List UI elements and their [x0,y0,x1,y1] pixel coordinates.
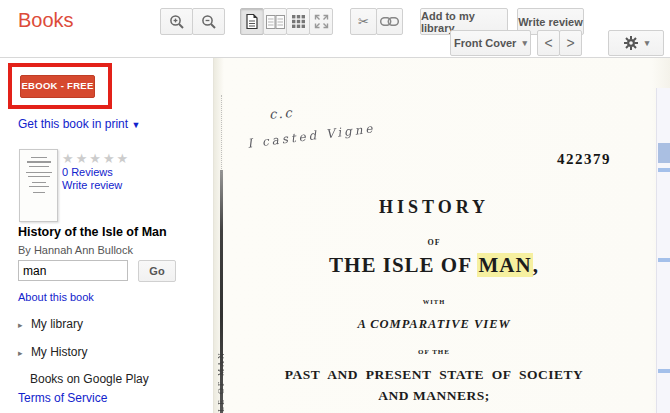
page-of-word: OF [214,238,654,247]
my-history-item[interactable]: ▸ My History [18,345,88,359]
page-with-word: WITH [214,298,654,305]
zoom-in-button[interactable] [160,8,193,35]
page-subtitle-line2: AND MANNERS; [214,388,654,404]
scrollbar-thumb[interactable] [658,143,670,163]
page-main-title: THE ISLE OF MAN, [214,253,654,278]
next-page-button[interactable]: > [559,30,582,56]
page-heading: HISTORY [214,197,654,218]
fullscreen-button[interactable] [309,8,333,35]
chevron-down-icon: ▾ [645,38,650,48]
go-button[interactable]: Go [138,260,176,282]
thumbnail-view-button[interactable] [286,8,310,35]
book-author: By Hannah Ann Bullock [18,244,133,256]
two-page-view-button[interactable] [263,8,287,35]
google-books-screen: Books [0,0,670,413]
about-this-book-link[interactable]: About this book [18,291,94,303]
sidebar: EBOOK - FREE Get this book in print ▼ ★★… [0,58,213,413]
rating-stars-icon: ★★★★★ [62,151,130,166]
book-cover-thumbnail [19,149,58,222]
book-title: History of the Isle of Man [18,225,167,239]
terms-of-service-link[interactable]: Terms of Service [18,391,107,405]
settings-button[interactable]: ▾ [608,30,664,56]
chevron-left-icon: < [544,35,552,51]
zoom-out-button[interactable] [192,8,225,35]
title-pre: THE ISLE OF [329,253,471,277]
page-subtitle-line1: PAST AND PRESENT STATE OF SOCIETY [214,367,654,383]
page-subtitle: A COMPARATIVE VIEW [214,317,654,332]
page-select-dropdown[interactable]: Front Cover ▾ [450,30,531,56]
get-print-label: Get this book in print [18,117,128,131]
link-button[interactable] [376,8,403,35]
handwritten-note: c.c [268,105,294,122]
search-highlight: MAN [477,253,532,277]
accession-number-stamp: 422379 [557,151,611,168]
two-page-icon [266,15,285,29]
search-result-marker[interactable] [658,168,670,172]
google-play-label: Books on Google Play [30,372,149,386]
my-library-item[interactable]: ▸ My library [18,317,83,331]
search-result-marker[interactable] [658,258,670,262]
books-logo[interactable]: Books [18,9,74,32]
link-icon [380,17,399,26]
triangle-down-icon: ▼ [131,120,140,130]
my-history-label: My History [31,345,88,359]
book-page-viewer: ISLE OF MAN c.c I casted Vigne 422379 HI… [213,58,670,413]
page-gutter-dotted-line [221,95,222,173]
get-book-in-print-link[interactable]: Get this book in print ▼ [18,117,140,131]
search-in-book-input[interactable] [18,260,128,281]
top-toolbar: Books [0,0,670,58]
books-on-google-play-item[interactable]: Books on Google Play [30,372,149,386]
page-select-label: Front Cover [454,37,516,49]
single-page-view-button[interactable] [240,8,264,35]
fullscreen-icon [314,14,329,29]
single-page-icon [246,14,258,29]
page-of-the-word: OF THE [214,348,654,356]
result-scrollbar[interactable] [656,88,670,413]
clip-button[interactable]: ✂ [350,8,377,35]
gear-icon [623,35,639,51]
zoom-out-icon [201,14,217,30]
sidebar-write-review-link[interactable]: Write review [62,179,122,191]
triangle-right-icon: ▸ [18,320,23,330]
reviews-count-link[interactable]: 0 Reviews [62,166,113,178]
previous-page-button[interactable]: < [537,30,560,56]
go-label: Go [149,265,164,277]
chevron-right-icon: > [566,35,574,51]
title-suffix: , [533,253,539,277]
chevron-down-icon: ▾ [522,38,527,48]
annotation-highlight-box [8,63,112,109]
my-library-label: My library [31,317,83,331]
write-review-label: Write review [518,16,583,28]
scissors-icon: ✂ [358,14,369,29]
search-result-marker[interactable] [658,369,670,373]
zoom-in-icon [169,14,185,30]
thumbnail-grid-icon [292,15,305,28]
triangle-right-icon: ▸ [18,348,23,358]
handwritten-note: I casted Vigne [247,121,377,151]
